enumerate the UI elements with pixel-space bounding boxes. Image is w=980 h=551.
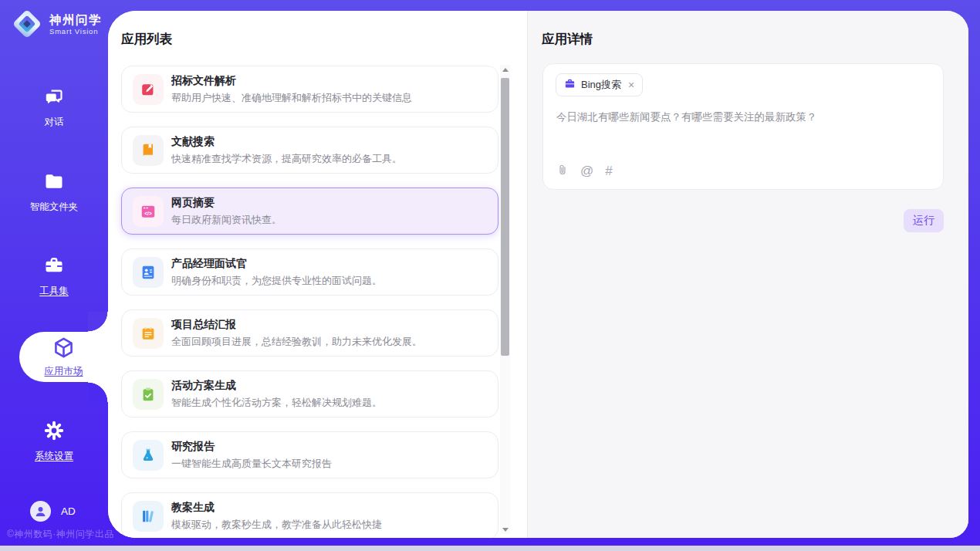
app-card-name: 招标文件解析 [171, 74, 412, 88]
scroll-down-icon[interactable] [500, 525, 510, 534]
app-card-description: 快速精准查找学术资源，提高研究效率的必备工具。 [171, 152, 402, 166]
browser-code-icon: </> [133, 196, 164, 227]
app-list-panel: 应用列表 招标文件解析 帮助用户快速、准确地理解和解析招标书中的关键信息 [108, 11, 527, 538]
paperclip-icon[interactable] [556, 163, 569, 179]
app-card-name: 文献搜索 [171, 135, 402, 149]
app-detail-panel: 应用详情 Bing搜索 × 今日湖北有哪些新闻要点？有哪些需要关注的最新政策？ [527, 11, 968, 538]
app-card-name: 产品经理面试官 [171, 257, 382, 271]
app-card-name: 项目总结汇报 [171, 318, 422, 332]
scrollbar-thumb[interactable] [501, 78, 509, 356]
bottom-strip [0, 546, 980, 551]
gear-icon [43, 420, 65, 445]
brand-text: 神州问学 Smart Vision [49, 12, 102, 35]
brand-tagline: Smart Vision [49, 27, 102, 35]
user-name: AD [61, 505, 76, 517]
tool-tag-bing-search[interactable]: Bing搜索 × [556, 73, 643, 96]
pen-square-icon [133, 74, 164, 105]
app-detail-title: 应用详情 [542, 31, 593, 48]
sidebar-item-chat[interactable]: 对话 [0, 86, 108, 129]
calendar-note-icon [133, 318, 164, 349]
clipboard-check-icon [133, 379, 164, 410]
app-card-name: 网页摘要 [171, 196, 282, 210]
app-card-description: 每日政府新闻资讯快查。 [171, 213, 282, 227]
toolbox-icon [43, 255, 65, 279]
chat-icon [44, 86, 65, 110]
scroll-up-icon[interactable] [500, 65, 510, 74]
briefcase-icon [564, 78, 576, 93]
sidebar-item-smart-folder[interactable]: 智能文件夹 [0, 171, 108, 214]
tool-tag-label: Bing搜索 [581, 78, 621, 92]
app-root: 神州问学 Smart Vision 对话 智能文件夹 [0, 0, 980, 551]
app-card-literature-search[interactable]: 文献搜索 快速精准查找学术资源，提高研究效率的必备工具。 [121, 127, 498, 174]
app-card-description: 一键智能生成高质量长文本研究报告 [171, 457, 332, 471]
book-icon [133, 135, 164, 166]
avatar [30, 501, 51, 522]
brand-name: 神州问学 [49, 12, 102, 27]
sidebar-item-label: 对话 [45, 116, 64, 129]
app-card-description: 全面回顾项目进展，总结经验教训，助力未来优化发展。 [171, 335, 422, 349]
app-card-name: 教案生成 [171, 501, 382, 515]
app-card-description: 智能生成个性化活动方案，轻松解决规划难题。 [171, 396, 382, 410]
sidebar-item-label: 应用市场 [45, 365, 83, 378]
hash-icon[interactable]: # [605, 164, 612, 177]
run-button[interactable]: 运行 [904, 209, 944, 232]
prompt-text[interactable]: 今日湖北有哪些新闻要点？有哪些需要关注的最新政策？ [556, 110, 931, 124]
app-card-project-summary[interactable]: 项目总结汇报 全面回顾项目进展，总结经验教训，助力未来优化发展。 [121, 309, 498, 357]
user-row[interactable]: AD [30, 501, 76, 522]
cube-icon [52, 336, 76, 363]
app-card-description: 模板驱动，教案秒生成，教学准备从此轻松快捷 [171, 518, 382, 532]
flask-icon [133, 440, 164, 471]
app-card-pm-interviewer[interactable]: 产品经理面试官 明确身份和职责，为您提供专业性的面试问题。 [121, 248, 498, 296]
brand-diamond-icon [12, 9, 42, 39]
app-list-title: 应用列表 [121, 31, 172, 48]
list-scrollbar[interactable] [500, 65, 510, 534]
sidebar-item-label: 智能文件夹 [30, 201, 79, 214]
resume-person-icon [133, 257, 164, 288]
sidebar-item-settings[interactable]: 系统设置 [0, 420, 108, 463]
folder-icon [43, 171, 65, 195]
sidebar-item-toolset[interactable]: 工具集 [0, 255, 108, 298]
prompt-input[interactable]: Bing搜索 × 今日湖北有哪些新闻要点？有哪些需要关注的最新政策？ @ # [542, 63, 944, 190]
main-content: 应用列表 招标文件解析 帮助用户快速、准确地理解和解析招标书中的关键信息 [108, 11, 968, 538]
remove-tool-icon[interactable]: × [628, 79, 634, 90]
brand-logo: 神州问学 Smart Vision [12, 9, 102, 39]
app-card-web-summary[interactable]: </> 网页摘要 每日政府新闻资讯快查。 [121, 188, 498, 235]
sidebar: 神州问学 Smart Vision 对话 智能文件夹 [0, 0, 108, 551]
app-card-research-report[interactable]: 研究报告 一键智能生成高质量长文本研究报告 [121, 431, 498, 478]
sidebar-item-label: 工具集 [39, 285, 69, 298]
sidebar-item-label: 系统设置 [35, 450, 73, 463]
copyright-footer: ©神州数码·神州问学出品 [7, 528, 114, 541]
books-icon [133, 501, 164, 532]
app-card-lesson-plan[interactable]: 教案生成 模板驱动，教案秒生成，教学准备从此轻松快捷 [121, 492, 498, 538]
sidebar-item-app-market[interactable]: 应用市场 [19, 332, 108, 382]
attachment-toolbar: @ # [556, 163, 613, 179]
app-card-name: 研究报告 [171, 440, 332, 454]
app-card-description: 帮助用户快速、准确地理解和解析招标书中的关键信息 [171, 91, 412, 105]
mention-icon[interactable]: @ [580, 164, 593, 177]
svg-text:</>: </> [144, 210, 152, 215]
app-card-description: 明确身份和职责，为您提供专业性的面试问题。 [171, 274, 382, 288]
app-card-bid-parsing[interactable]: 招标文件解析 帮助用户快速、准确地理解和解析招标书中的关键信息 [121, 66, 498, 113]
app-card-event-plan[interactable]: 活动方案生成 智能生成个性化活动方案，轻松解决规划难题。 [121, 370, 498, 417]
app-card-name: 活动方案生成 [171, 379, 382, 393]
